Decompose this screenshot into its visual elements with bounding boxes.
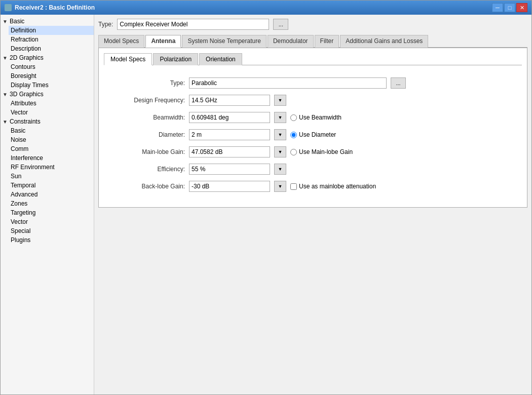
antenna-type-row: Type: ...	[114, 77, 512, 89]
use-as-mainlobe-attenuation-checkbox[interactable]	[290, 183, 297, 190]
sidebar-item-sun[interactable]: Sun	[9, 172, 94, 181]
2d-children: Contours Boresight Display Times	[1, 62, 94, 90]
sidebar-item-basic-c-label: Basic	[11, 127, 25, 134]
sidebar-item-special[interactable]: Special	[9, 226, 94, 235]
sidebar-item-description-label: Description	[11, 45, 41, 52]
use-mainlobe-option[interactable]: Use Main-lobe Gain	[290, 148, 353, 155]
diameter-row: Diameter: ▼ Use Diameter	[114, 129, 512, 140]
constraints-children: Basic Noise Comm Interference RF Environ…	[1, 126, 94, 245]
sidebar-group-2d-graphics[interactable]: ▼ 2D Graphics	[1, 53, 94, 62]
close-button[interactable]: ✕	[516, 3, 527, 12]
sidebar-item-description[interactable]: Description	[9, 44, 94, 53]
sidebar-item-vector-3d-label: Vector	[11, 109, 28, 116]
mainlobe-gain-unit-btn[interactable]: ▼	[274, 146, 286, 157]
sidebar-item-rf-environment-label: RF Environment	[11, 164, 55, 171]
sidebar-item-boresight-label: Boresight	[11, 72, 36, 80]
use-diameter-label: Use Diameter	[299, 131, 336, 138]
sidebar-item-comm[interactable]: Comm	[9, 144, 94, 153]
sidebar-item-advanced-label: Advanced	[11, 191, 37, 198]
diameter-unit-btn[interactable]: ▼	[274, 129, 286, 140]
use-beamwidth-option[interactable]: Use Beamwidth	[290, 114, 341, 121]
beamwidth-unit-btn[interactable]: ▼	[274, 112, 286, 123]
use-diameter-option[interactable]: Use Diameter	[290, 131, 336, 138]
sidebar-item-display-times[interactable]: Display Times	[9, 81, 94, 90]
sidebar-item-noise[interactable]: Noise	[9, 135, 94, 144]
sidebar-item-vector-3d[interactable]: Vector	[9, 108, 94, 117]
minimize-button[interactable]: ─	[492, 3, 503, 12]
sidebar-item-sun-label: Sun	[11, 173, 21, 180]
sidebar-item-basic-c[interactable]: Basic	[9, 126, 94, 135]
inner-tab-polarization[interactable]: Polarization	[153, 53, 198, 65]
sidebar-item-interference-label: Interference	[11, 154, 43, 162]
use-as-mainlobe-attenuation-label: Use as mainlobe attenuation	[299, 183, 376, 190]
beamwidth-row: Beamwidth: ▼ Use Beamwidth	[114, 112, 512, 123]
tab-system-noise-temp[interactable]: System Noise Temperature	[182, 35, 267, 48]
design-freq-label: Design Frequency:	[114, 97, 185, 104]
sidebar-item-vector-c[interactable]: Vector	[9, 217, 94, 226]
tab-antenna[interactable]: Antenna	[145, 35, 181, 48]
sidebar-item-temporal-label: Temporal	[11, 182, 35, 189]
tab-model-specs[interactable]: Model Specs	[98, 35, 144, 48]
sidebar-item-targeting-label: Targeting	[11, 209, 35, 216]
use-beamwidth-radio[interactable]	[290, 114, 297, 121]
use-as-mainlobe-attenuation-option[interactable]: Use as mainlobe attenuation	[290, 183, 376, 190]
type-input[interactable]	[117, 19, 269, 30]
design-freq-unit-btn[interactable]: ▼	[274, 95, 286, 106]
sidebar-item-zones[interactable]: Zones	[9, 199, 94, 208]
efficiency-unit-btn[interactable]: ▼	[274, 164, 286, 175]
toggle-basic-icon: ▼	[3, 19, 9, 24]
backlobe-gain-unit-btn[interactable]: ▼	[274, 181, 286, 192]
diameter-input[interactable]	[189, 129, 270, 140]
tab-filter[interactable]: Filter	[315, 35, 339, 48]
inner-tab-model-specs[interactable]: Model Specs	[104, 53, 152, 65]
sidebar-group-3d-label: 3D Graphics	[10, 91, 44, 98]
sidebar-item-definition[interactable]: Definition	[9, 26, 94, 35]
title-bar: Receiver2 : Basic Definition ─ □ ✕	[1, 1, 531, 15]
efficiency-input[interactable]	[189, 164, 270, 175]
sidebar-item-advanced[interactable]: Advanced	[9, 190, 94, 199]
type-browse-button[interactable]: ...	[273, 19, 288, 30]
sidebar-group-3d-graphics[interactable]: ▼ 3D Graphics	[1, 90, 94, 99]
app-icon	[5, 4, 12, 11]
sidebar-group-basic[interactable]: ▼ Basic	[1, 17, 94, 26]
sidebar-item-interference[interactable]: Interference	[9, 153, 94, 163]
use-mainlobe-radio[interactable]	[290, 149, 297, 155]
diameter-label: Diameter:	[114, 131, 185, 138]
toggle-constraints-icon: ▼	[3, 119, 9, 125]
backlobe-gain-label: Back-lobe Gain:	[114, 183, 185, 190]
use-diameter-radio[interactable]	[290, 132, 297, 138]
sidebar-item-rf-environment[interactable]: RF Environment	[9, 163, 94, 172]
sidebar-item-contours[interactable]: Contours	[9, 62, 94, 71]
sidebar-item-boresight[interactable]: Boresight	[9, 71, 94, 81]
tab-demodulator[interactable]: Demodulator	[268, 35, 314, 48]
sidebar-item-temporal[interactable]: Temporal	[9, 181, 94, 190]
sidebar-item-comm-label: Comm	[11, 145, 28, 152]
type-label: Type:	[98, 21, 113, 28]
sidebar-item-refraction[interactable]: Refraction	[9, 35, 94, 44]
antenna-type-browse[interactable]: ...	[391, 77, 406, 89]
toggle-2d-icon: ▼	[3, 55, 9, 61]
restore-button[interactable]: □	[504, 3, 515, 12]
design-freq-input[interactable]	[189, 95, 270, 106]
efficiency-row: Efficiency: ▼	[114, 164, 512, 175]
sidebar-group-constraints[interactable]: ▼ Constraints	[1, 117, 94, 126]
sidebar-item-attributes[interactable]: Attributes	[9, 99, 94, 108]
type-row: Type: ...	[98, 19, 527, 30]
main-window: Receiver2 : Basic Definition ─ □ ✕ ▼ Bas…	[0, 0, 532, 395]
antenna-form: Type: ... Design Frequency: ▼ Beam	[104, 73, 522, 202]
sidebar-item-contours-label: Contours	[11, 63, 35, 70]
main-content: ▼ Basic Definition Refraction Descriptio…	[1, 15, 531, 394]
mainlobe-gain-input[interactable]	[189, 146, 270, 157]
backlobe-gain-input[interactable]	[189, 181, 270, 192]
antenna-type-input[interactable]	[189, 77, 387, 89]
tab-additional-gains[interactable]: Additional Gains and Losses	[340, 35, 428, 48]
sidebar-item-plugins[interactable]: Plugins	[9, 235, 94, 245]
inner-tab-orientation[interactable]: Orientation	[199, 53, 242, 65]
tabs-container: Model Specs Antenna System Noise Tempera…	[98, 35, 527, 208]
title-bar-controls: ─ □ ✕	[492, 3, 527, 12]
sidebar-item-targeting[interactable]: Targeting	[9, 208, 94, 217]
sidebar-item-noise-label: Noise	[11, 136, 26, 143]
sidebar-group-constraints-label: Constraints	[10, 118, 41, 125]
sidebar-item-refraction-label: Refraction	[11, 36, 39, 43]
beamwidth-input[interactable]	[189, 112, 270, 123]
